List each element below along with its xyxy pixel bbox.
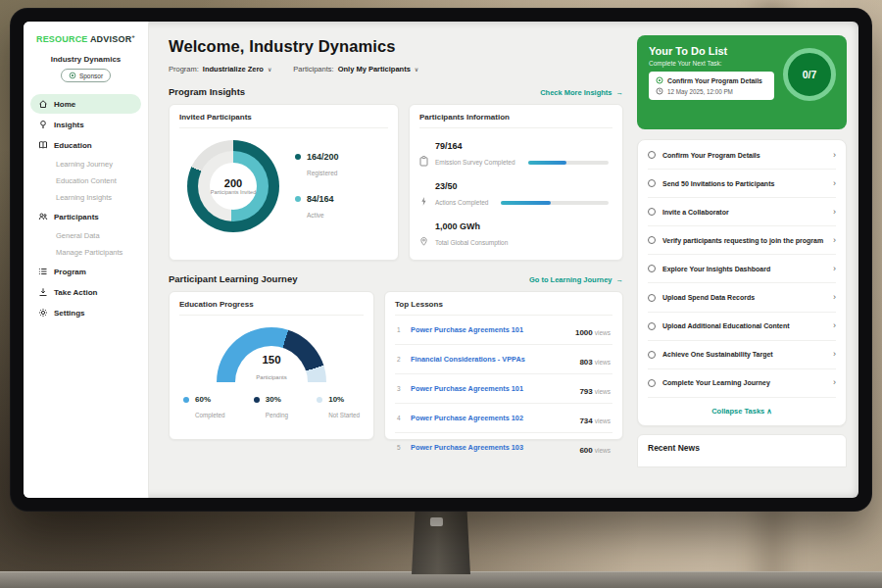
sidebar-item-education-content[interactable]: Education Content: [30, 172, 141, 189]
org-name: Industry Dynamics: [30, 55, 141, 64]
progress-bar: [501, 201, 609, 205]
task-checkbox[interactable]: [648, 236, 656, 244]
check-more-insights-link[interactable]: Check More Insights →: [540, 88, 623, 97]
chevron-right-icon[interactable]: ›: [833, 208, 836, 217]
sidebar-item-label: Participants: [54, 213, 99, 221]
gear-icon: [38, 308, 48, 318]
gauge-center-label: Participants: [256, 374, 286, 380]
chevron-right-icon[interactable]: ›: [833, 151, 836, 160]
lesson-views-count: 734: [579, 416, 592, 425]
todo-task[interactable]: Explore Your Insights Dashboard ›: [648, 255, 836, 283]
next-task-due: 12 May 2025, 12:00 PM: [667, 88, 733, 95]
sidebar-item-education[interactable]: Education: [30, 135, 141, 155]
sponsor-badge: Sponsor: [61, 69, 111, 82]
legend-dot: [317, 397, 322, 403]
legend-item-not-started: 10% Not Started: [317, 395, 360, 421]
sidebar-item-home[interactable]: Home: [30, 94, 141, 114]
task-label: Upload Spend Data Records: [662, 293, 826, 302]
legend-dot: [295, 196, 301, 202]
todo-task[interactable]: Send 50 Invitations to Participants ›: [648, 170, 836, 198]
collapse-tasks-link[interactable]: Collapse Tasks ∧: [648, 398, 836, 425]
stat-label: Total Global Consumption: [435, 239, 508, 246]
go-to-learning-journey-link[interactable]: Go to Learning Journey →: [529, 275, 623, 284]
lesson-link[interactable]: Power Purchase Agreements 103: [411, 443, 572, 452]
legend-label: Active: [307, 212, 324, 219]
sidebar-item-settings[interactable]: Settings: [30, 303, 141, 322]
sidebar-item-participants[interactable]: Participants: [30, 207, 141, 226]
lesson-rank: 1: [397, 326, 404, 333]
clipboard-icon: [419, 156, 428, 167]
sidebar-item-learning-journey[interactable]: Learning Journey: [30, 156, 141, 172]
lesson-rank: 3: [397, 385, 404, 392]
target-icon: [656, 76, 663, 84]
task-checkbox[interactable]: [648, 294, 656, 302]
task-label: Confirm Your Program Details: [662, 151, 826, 160]
donut-legend: 164/200 Registered 84/164 Active: [295, 152, 339, 221]
task-label: Achieve One Sustainability Target: [662, 350, 826, 359]
monitor-stand-logo: [430, 517, 443, 526]
lesson-link[interactable]: Power Purchase Agreements 102: [411, 414, 572, 422]
task-checkbox[interactable]: [648, 208, 656, 216]
task-checkbox[interactable]: [648, 265, 656, 272]
lesson-link[interactable]: Financial Considerations - VPPAs: [411, 355, 572, 364]
chevron-right-icon[interactable]: ›: [833, 236, 836, 245]
sidebar-item-label: Insights: [54, 121, 84, 129]
sidebar-item-manage-participants[interactable]: Manage Participants: [30, 244, 141, 261]
chevron-right-icon[interactable]: ›: [833, 293, 836, 302]
task-checkbox[interactable]: [648, 179, 656, 187]
insights-cards-row: Invited Participants 200 Participants In…: [169, 104, 623, 261]
lesson-views-count: 1000: [575, 328, 593, 337]
lesson-views-count: 803: [579, 358, 592, 367]
todo-task-list: Confirm Your Program Details › Send 50 I…: [637, 139, 847, 426]
task-label: Invite a Collaborator: [662, 208, 826, 217]
app-logo: RESOURCE ADVISOR+: [30, 33, 141, 44]
collapse-label: Collapse Tasks: [711, 407, 764, 416]
legend-label: Completed: [195, 412, 224, 418]
todo-task[interactable]: Upload Additional Educational Content ›: [648, 313, 836, 341]
stat-emission-survey: 79/164 Emission Survey Completed: [419, 141, 612, 169]
list-icon: [38, 267, 48, 276]
section-title-program-insights: Program Insights: [169, 86, 245, 97]
lesson-link[interactable]: Power Purchase Agreements 101: [411, 384, 572, 393]
chevron-right-icon[interactable]: ›: [833, 350, 836, 359]
task-checkbox[interactable]: [648, 351, 656, 359]
participants-dropdown[interactable]: Participants: Only My Participants ∨: [293, 65, 418, 74]
stat-value: 23/50: [435, 181, 489, 191]
task-checkbox[interactable]: [648, 151, 656, 159]
chevron-right-icon[interactable]: ›: [833, 265, 836, 273]
task-checkbox[interactable]: [648, 379, 656, 387]
app-window: RESOURCE ADVISOR+ Industry Dynamics Spon…: [24, 22, 858, 498]
todo-task[interactable]: Confirm Your Program Details ›: [648, 141, 836, 170]
lesson-row: 5 Power Purchase Agreements 103 600views: [395, 433, 612, 462]
sidebar-item-program[interactable]: Program: [30, 262, 141, 281]
legend-item-active: 84/164 Active: [295, 194, 339, 221]
sidebar-item-general-data[interactable]: General Data: [30, 227, 141, 244]
logo-text-advisor: ADVISOR: [90, 34, 131, 44]
lesson-link[interactable]: Power Purchase Agreements 101: [411, 325, 568, 334]
todo-panel: Your To Do List Complete Your Next Task:…: [633, 22, 858, 498]
education-progress-card: Education Progress 150 Participants: [169, 291, 374, 440]
top-lessons-card: Top Lessons 1 Power Purchase Agreements …: [384, 291, 623, 440]
todo-task[interactable]: Achieve One Sustainability Target ›: [648, 341, 836, 369]
todo-task[interactable]: Upload Spend Data Records ›: [648, 283, 836, 312]
chevron-right-icon[interactable]: ›: [833, 179, 836, 188]
legend-item-pending: 30% Pending: [254, 395, 288, 421]
donut-center-value: 200: [224, 177, 242, 189]
task-label: Send 50 Invitations to Participants: [662, 179, 826, 188]
recent-news-title: Recent News: [648, 443, 836, 453]
sidebar-item-learning-insights[interactable]: Learning Insights: [30, 189, 141, 206]
program-dropdown[interactable]: Program: Industrialize Zero ∨: [169, 65, 271, 74]
sidebar-item-take-action[interactable]: Take Action: [30, 282, 141, 302]
sidebar-item-insights[interactable]: Insights: [30, 115, 141, 134]
todo-task[interactable]: Verify participants requesting to join t…: [648, 226, 836, 255]
chevron-right-icon[interactable]: ›: [833, 321, 836, 330]
chevron-right-icon[interactable]: ›: [833, 378, 836, 387]
legend-value: 84/164: [307, 194, 334, 204]
logo-text-resource: RESOURCE: [36, 34, 88, 44]
lesson-views-suffix: views: [595, 359, 611, 366]
task-checkbox[interactable]: [648, 322, 656, 330]
card-title: Participants Information: [419, 113, 612, 128]
todo-task[interactable]: Complete Your Learning Journey ›: [648, 369, 836, 398]
todo-task[interactable]: Invite a Collaborator ›: [648, 198, 836, 226]
next-task-box[interactable]: Confirm Your Program Details 12 May 2025…: [649, 72, 774, 100]
